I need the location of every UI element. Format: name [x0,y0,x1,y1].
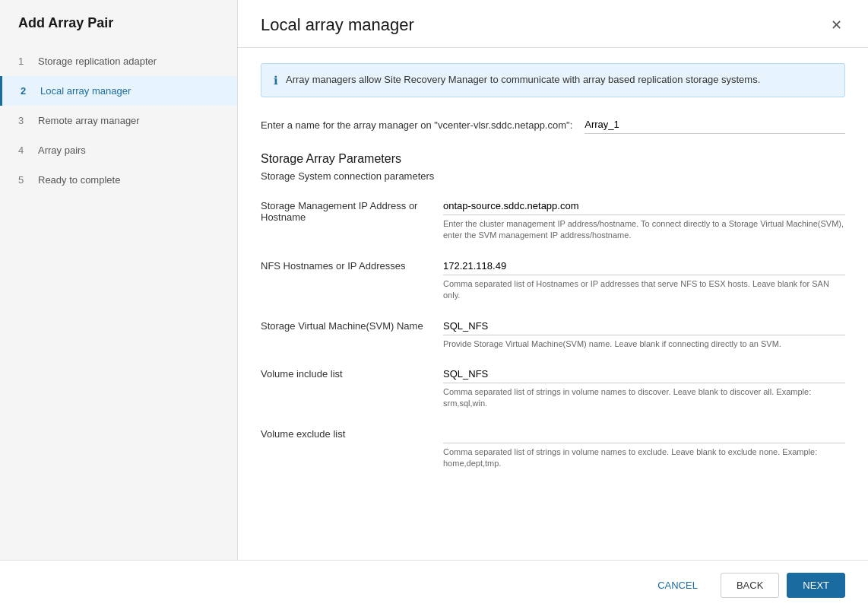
array-name-input[interactable] [584,116,845,134]
param-row-4: Volume exclude list Comma separated list… [261,425,845,470]
main-content: Local array manager ✕ ℹ Array managers a… [238,0,868,560]
step-num-3: 3 [18,115,30,126]
step-label-1: Storage replication adapter [38,56,157,67]
step-num-4: 4 [18,145,30,156]
section-subtitle: Storage System connection parameters [261,170,845,182]
param-input-4[interactable] [443,425,845,443]
step-num-1: 1 [18,56,30,67]
step-label-2: Local array manager [40,85,131,97]
section-title: Storage Array Parameters [261,152,845,166]
main-body: ℹ Array managers allow Site Recovery Man… [238,48,868,560]
param-input-group-0: Enter the cluster management IP address/… [443,197,845,242]
sidebar-steps: 1 Storage replication adapter 2 Local ar… [0,46,237,195]
param-hint-4: Comma separated list of strings in volum… [443,446,845,470]
step-label-3: Remote array manager [38,115,140,126]
sidebar-step-5[interactable]: 5 Ready to complete [0,165,237,195]
cancel-button[interactable]: CANCEL [642,573,713,598]
param-label-4: Volume exclude list [261,425,443,440]
step-label-4: Array pairs [38,145,86,156]
params-container: Storage Management IP Address or Hostnam… [261,197,845,470]
dialog-body: Add Array Pair 1 Storage replication ada… [0,0,868,560]
sidebar-step-2[interactable]: 2 Local array manager [0,76,237,106]
sidebar-step-1[interactable]: 1 Storage replication adapter [0,46,237,76]
dialog-footer: CANCEL BACK NEXT [0,560,868,610]
sidebar: Add Array Pair 1 Storage replication ada… [0,0,238,560]
step-label-5: Ready to complete [38,174,120,186]
param-row-2: Storage Virtual Machine(SVM) Name Provid… [261,317,845,350]
sidebar-step-3[interactable]: 3 Remote array manager [0,106,237,135]
param-input-group-3: Comma separated list of strings in volum… [443,365,845,410]
param-label-2: Storage Virtual Machine(SVM) Name [261,317,443,332]
param-row-3: Volume include list Comma separated list… [261,365,845,410]
step-num-2: 2 [21,85,33,97]
param-input-group-1: Comma separated list of Hostnames or IP … [443,257,845,302]
back-button[interactable]: BACK [721,573,779,598]
param-label-1: NFS Hostnames or IP Addresses [261,257,443,272]
main-title: Local array manager [261,15,414,35]
param-label-0: Storage Management IP Address or Hostnam… [261,197,443,223]
array-name-row: Enter a name for the array manager on "v… [261,116,845,134]
info-icon: ℹ [274,74,278,87]
param-input-1[interactable] [443,257,845,275]
main-header: Local array manager ✕ [238,0,868,48]
param-input-0[interactable] [443,197,845,215]
param-hint-1: Comma separated list of Hostnames or IP … [443,278,845,302]
param-label-3: Volume include list [261,365,443,380]
param-row-0: Storage Management IP Address or Hostnam… [261,197,845,242]
info-text: Array managers allow Site Recovery Manag… [286,73,760,87]
array-name-label: Enter a name for the array manager on "v… [261,119,572,131]
dialog-title: Add Array Pair [0,15,237,46]
param-input-group-4: Comma separated list of strings in volum… [443,425,845,470]
param-row-1: NFS Hostnames or IP Addresses Comma sepa… [261,257,845,302]
step-num-5: 5 [18,174,30,186]
param-input-group-2: Provide Storage Virtual Machine(SVM) nam… [443,317,845,350]
param-input-3[interactable] [443,365,845,383]
close-button[interactable]: ✕ [827,16,845,34]
sidebar-step-4[interactable]: 4 Array pairs [0,135,237,165]
param-hint-2: Provide Storage Virtual Machine(SVM) nam… [443,338,845,350]
info-banner: ℹ Array managers allow Site Recovery Man… [261,63,845,97]
param-input-2[interactable] [443,317,845,335]
next-button[interactable]: NEXT [787,573,845,598]
param-hint-0: Enter the cluster management IP address/… [443,218,845,242]
add-array-pair-dialog: Add Array Pair 1 Storage replication ada… [0,0,868,610]
param-hint-3: Comma separated list of strings in volum… [443,386,845,410]
